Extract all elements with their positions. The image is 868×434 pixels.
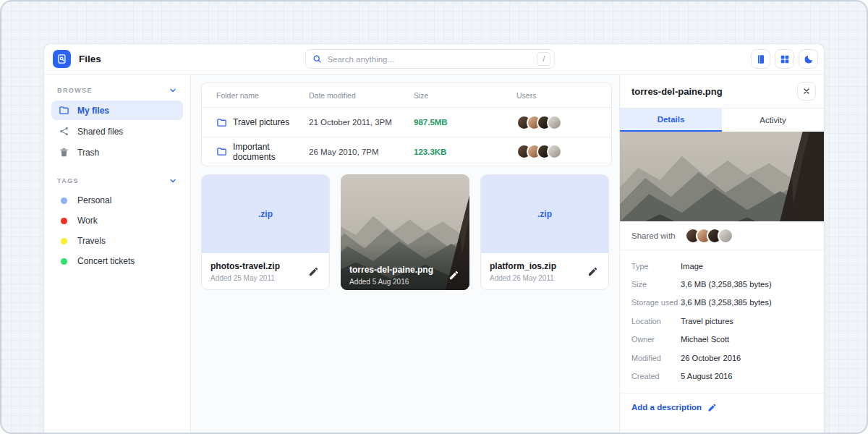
folder-size: 123.3KB bbox=[414, 148, 516, 156]
search-zone: / bbox=[101, 49, 751, 69]
avatar bbox=[718, 228, 733, 244]
sidebar-item-my-files[interactable]: My files bbox=[51, 101, 183, 120]
browse-section-header[interactable]: BROWSE bbox=[51, 82, 183, 101]
share-icon bbox=[59, 126, 69, 137]
add-description-link[interactable]: Add a description bbox=[631, 403, 702, 412]
folder-icon bbox=[216, 117, 227, 128]
file-card-platform-ios-zip[interactable]: .zip platform_ios.zip Added 26 May 2011 bbox=[480, 174, 609, 290]
shared-with-avatars bbox=[685, 228, 733, 244]
folder-size: 987.5MB bbox=[414, 118, 516, 127]
zip-badge-area: .zip bbox=[202, 175, 329, 253]
search-shortcut-badge: / bbox=[537, 52, 550, 66]
book-icon bbox=[756, 54, 766, 64]
close-panel-button[interactable] bbox=[797, 82, 816, 101]
avatar bbox=[547, 115, 562, 130]
search-input[interactable] bbox=[327, 55, 537, 64]
file-added-date: Added 26 May 2011 bbox=[490, 274, 586, 282]
tags-section-label: TAGS bbox=[57, 177, 79, 184]
moon-icon bbox=[804, 54, 814, 64]
field-location: Location Travel pictures bbox=[631, 312, 812, 330]
tab-activity[interactable]: Activity bbox=[722, 109, 824, 132]
zip-badge: .zip bbox=[258, 209, 273, 219]
main-content: Folder name Date modified Size Users bbox=[191, 75, 619, 434]
table-header: Folder name Date modified Size Users bbox=[202, 83, 611, 108]
file-search-icon bbox=[56, 54, 67, 64]
pencil-icon bbox=[308, 266, 319, 277]
chevron-down-icon[interactable] bbox=[169, 86, 177, 95]
topbar-actions bbox=[751, 49, 818, 69]
field-value: Image bbox=[681, 262, 703, 271]
folder-icon bbox=[59, 105, 69, 116]
edit-file-button[interactable] bbox=[307, 265, 320, 278]
sidebar-item-trash[interactable]: Trash bbox=[51, 142, 183, 162]
field-type: Type Image bbox=[631, 257, 812, 275]
field-value: 26 October 2016 bbox=[681, 354, 741, 362]
field-value: 5 August 2016 bbox=[681, 372, 733, 380]
table-row-travel-pictures[interactable]: Travel pictures 21 October 2011, 3PM 987… bbox=[202, 108, 611, 137]
field-value: 3,6 MB (3,258,385 bytes) bbox=[681, 280, 772, 289]
file-added-date: Added 25 May 2011 bbox=[210, 274, 307, 282]
column-header-date-modified: Date modified bbox=[309, 91, 414, 100]
mountain-photo-preview bbox=[620, 132, 824, 221]
folder-name: Travel pictures bbox=[233, 117, 289, 127]
field-label: Location bbox=[631, 317, 681, 326]
selected-file-title: torres-del-paine.png bbox=[631, 86, 797, 97]
tag-item-work[interactable]: Work bbox=[51, 211, 183, 230]
file-cards: .zip photos-travel.zip Added 25 May 2011 bbox=[201, 174, 612, 290]
details-panel-tabs: Details Activity bbox=[620, 109, 824, 132]
dark-mode-toggle[interactable] bbox=[799, 49, 818, 69]
chevron-down-icon[interactable] bbox=[169, 176, 177, 185]
app-title: Files bbox=[79, 54, 101, 64]
date-modified: 21 October 2011, 3PM bbox=[309, 118, 414, 127]
tab-details[interactable]: Details bbox=[620, 109, 722, 132]
tag-item-travels[interactable]: Travels bbox=[51, 231, 183, 250]
folders-table: Folder name Date modified Size Users bbox=[201, 82, 612, 166]
tag-color-dot bbox=[61, 197, 67, 204]
browse-section-label: BROWSE bbox=[57, 87, 93, 94]
column-header-folder-name: Folder name bbox=[216, 91, 309, 100]
file-name: torres-del-paine.png bbox=[349, 265, 447, 275]
tag-label: Work bbox=[77, 216, 98, 226]
users-avatars bbox=[516, 115, 597, 130]
field-label: Size bbox=[631, 280, 681, 289]
sidebar: BROWSE My files bbox=[44, 75, 191, 434]
details-panel-header: torres-del-paine.png bbox=[620, 75, 824, 109]
tag-item-personal[interactable]: Personal bbox=[51, 191, 183, 210]
sidebar-item-shared-files[interactable]: Shared files bbox=[51, 122, 183, 141]
edit-file-button[interactable] bbox=[586, 265, 600, 278]
grid-view-button[interactable] bbox=[775, 49, 794, 69]
tag-color-dot bbox=[61, 258, 67, 265]
users-avatars bbox=[516, 144, 597, 159]
field-label: Created bbox=[631, 372, 681, 380]
library-button[interactable] bbox=[751, 49, 770, 69]
tag-color-dot bbox=[61, 238, 67, 244]
app-window: Files / bbox=[43, 43, 825, 434]
field-storage-used: Storage used 3,6 MB (3,258,385 bytes) bbox=[631, 294, 812, 312]
date-modified: 26 May 2010, 7PM bbox=[309, 148, 414, 156]
field-owner: Owner Michael Scott bbox=[631, 331, 812, 349]
sidebar-item-label: Trash bbox=[77, 148, 99, 158]
pencil-icon bbox=[587, 266, 598, 277]
tag-label: Personal bbox=[77, 195, 111, 205]
file-name: platform_ios.zip bbox=[490, 261, 586, 271]
table-row-important-documents[interactable]: Important documents 26 May 2010, 7PM 123… bbox=[202, 137, 611, 166]
file-card-photos-travel-zip[interactable]: .zip photos-travel.zip Added 25 May 2011 bbox=[201, 174, 330, 290]
shared-with-section: Shared with bbox=[620, 221, 824, 250]
pencil-icon[interactable] bbox=[707, 403, 717, 412]
field-label: Modified bbox=[631, 354, 681, 362]
field-label: Owner bbox=[631, 335, 681, 344]
tags-section-header[interactable]: TAGS bbox=[51, 172, 183, 191]
file-preview-image bbox=[620, 132, 824, 221]
field-value: Travel pictures bbox=[681, 317, 733, 326]
edit-file-button[interactable] bbox=[447, 268, 461, 282]
tag-item-concert-tickets[interactable]: Concert tickets bbox=[51, 252, 183, 271]
file-details-fields: Type Image Size 3,6 MB (3,258,385 bytes)… bbox=[620, 250, 824, 393]
details-panel: torres-del-paine.png Details Activity S bbox=[619, 75, 824, 434]
column-header-size: Size bbox=[414, 91, 516, 100]
sidebar-item-label: Shared files bbox=[77, 127, 123, 137]
file-card-torres-del-paine-png[interactable]: torres-del-paine.png Added 5 Aug 2016 bbox=[341, 174, 469, 290]
field-value: 3,6 MB (3,258,385 bytes) bbox=[681, 298, 772, 307]
field-created: Created 5 August 2016 bbox=[631, 367, 812, 385]
search-bar[interactable]: / bbox=[305, 49, 555, 69]
column-header-users: Users bbox=[516, 91, 597, 100]
